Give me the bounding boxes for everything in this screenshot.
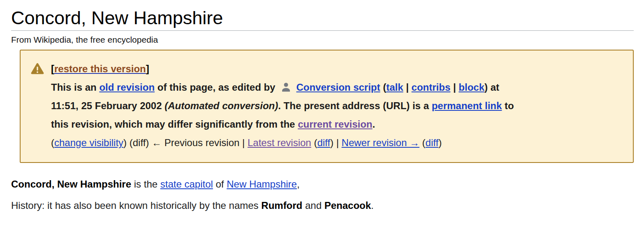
restore-version-link[interactable]: restore this version bbox=[54, 63, 146, 74]
notice-text: to bbox=[502, 100, 514, 111]
page-title: Concord, New Hampshire bbox=[11, 9, 634, 31]
talk-link[interactable]: talk bbox=[386, 82, 403, 93]
article-text: History: it has also been known historic… bbox=[11, 200, 261, 211]
separator: ) | bbox=[330, 137, 342, 148]
notice-text: of this page, as edited by bbox=[155, 82, 275, 93]
notice-text: this revision, which may differ signific… bbox=[51, 119, 298, 130]
user-conversion-script-link[interactable]: Conversion script bbox=[296, 82, 380, 93]
newer-diff-link[interactable]: diff bbox=[426, 137, 439, 148]
restore-version: [restore this version] bbox=[51, 60, 149, 78]
article-paragraph-1: Concord, New Hampshire is the state capi… bbox=[11, 178, 634, 190]
notice-line-1: This is an old revision of this page, as… bbox=[51, 78, 625, 96]
edit-summary: (Automated conversion) bbox=[164, 100, 278, 111]
revision-timestamp: 11:51, 25 February 2002 bbox=[51, 100, 164, 111]
latest-diff-link[interactable]: diff bbox=[317, 137, 330, 148]
current-revision-link[interactable]: current revision bbox=[298, 119, 372, 130]
notice-text: ) at bbox=[484, 82, 499, 93]
old-revision-link[interactable]: old revision bbox=[99, 82, 155, 93]
historic-name-penacook: Penacook bbox=[324, 200, 371, 211]
article-text: , bbox=[297, 179, 300, 190]
article-content: Concord, New Hampshire is the state capi… bbox=[11, 178, 634, 212]
article-paragraph-2: History: it has also been known historic… bbox=[11, 199, 634, 212]
notice-text: . bbox=[373, 119, 375, 130]
notice-text: ( bbox=[380, 82, 387, 93]
user-avatar-icon bbox=[280, 82, 292, 93]
latest-revision-link[interactable]: Latest revision bbox=[248, 137, 311, 148]
wikipedia-page: Concord, New Hampshire From Wikipedia, t… bbox=[0, 0, 644, 212]
revision-nav-line: (change visibility) (diff) ← Previous re… bbox=[51, 133, 625, 152]
paren: ( bbox=[419, 137, 426, 148]
separator: | bbox=[450, 82, 459, 93]
notice-body: This is an old revision of this page, as… bbox=[51, 78, 625, 152]
permanent-link[interactable]: permanent link bbox=[432, 100, 502, 111]
page-subtitle: From Wikipedia, the free encyclopedia bbox=[11, 35, 634, 45]
change-visibility-link[interactable]: change visibility bbox=[54, 137, 123, 148]
paren: ( bbox=[51, 137, 54, 148]
block-link[interactable]: block bbox=[459, 82, 484, 93]
article-text: . bbox=[371, 200, 374, 211]
restore-bracket-close: ] bbox=[146, 63, 149, 74]
newer-revision-link[interactable]: Newer revision → bbox=[342, 137, 419, 148]
nav-text-previous-revision: ) (diff) ← Previous revision | bbox=[123, 137, 248, 148]
article-text: and bbox=[302, 200, 324, 211]
historic-name-rumford: Rumford bbox=[261, 200, 302, 211]
article-subject: Concord, New Hampshire bbox=[11, 179, 131, 190]
paren: ) bbox=[438, 137, 442, 148]
old-revision-notice: [restore this version] This is an old re… bbox=[20, 50, 634, 163]
restore-bracket-open: [ bbox=[51, 63, 54, 74]
restore-row: [restore this version] bbox=[31, 60, 625, 78]
separator: | bbox=[403, 82, 412, 93]
contribs-link[interactable]: contribs bbox=[412, 82, 451, 93]
notice-line-2: 11:51, 25 February 2002 (Automated conve… bbox=[51, 96, 625, 115]
state-capitol-link[interactable]: state capitol bbox=[160, 179, 213, 190]
notice-text: This is an bbox=[51, 82, 99, 93]
new-hampshire-link[interactable]: New Hampshire bbox=[227, 179, 297, 190]
notice-text: . The present address (URL) is a bbox=[278, 100, 431, 111]
article-text: of bbox=[213, 179, 227, 190]
paren: ( bbox=[311, 137, 317, 148]
article-text: is the bbox=[131, 179, 160, 190]
notice-line-3: this revision, which may differ signific… bbox=[51, 115, 625, 133]
warning-icon bbox=[31, 63, 44, 75]
